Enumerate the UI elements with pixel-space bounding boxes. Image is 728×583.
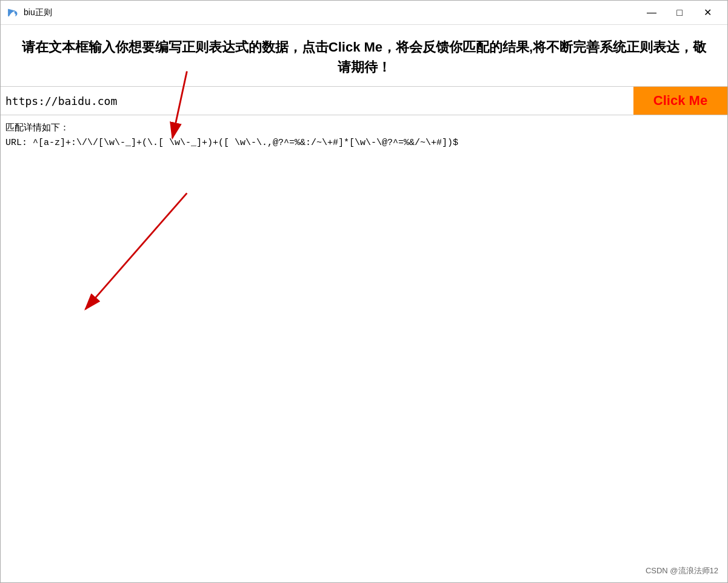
click-me-button[interactable]: Click Me: [633, 87, 727, 115]
maximize-button[interactable]: □: [666, 3, 693, 22]
svg-line-3: [85, 193, 187, 309]
main-window: biu正则 — □ ✕ 请在文本框输入你想要编写正则表达式的数据，点击Click…: [0, 0, 728, 583]
watermark: CSDN @流浪法师12: [646, 565, 718, 576]
minimize-button[interactable]: —: [638, 3, 666, 22]
app-icon: [7, 7, 19, 19]
close-button[interactable]: ✕: [693, 3, 721, 22]
instruction-text: 请在文本框输入你想要编写正则表达式的数据，点击Click Me，将会反馈你匹配的…: [19, 37, 709, 77]
title-bar: biu正则 — □ ✕: [1, 1, 727, 25]
instruction-area: 请在文本框输入你想要编写正则表达式的数据，点击Click Me，将会反馈你匹配的…: [1, 25, 727, 86]
window-content: 请在文本框输入你想要编写正则表达式的数据，点击Click Me，将会反馈你匹配的…: [1, 25, 727, 582]
result-area: 匹配详情如下： URL: ^[a-z]+:\/\/[\w\-_]+(\.[ \w…: [1, 115, 727, 157]
window-controls: — □ ✕: [638, 3, 721, 22]
window-title: biu正则: [24, 7, 638, 18]
input-row: Click Me: [1, 86, 727, 115]
regex-input[interactable]: [1, 87, 633, 115]
